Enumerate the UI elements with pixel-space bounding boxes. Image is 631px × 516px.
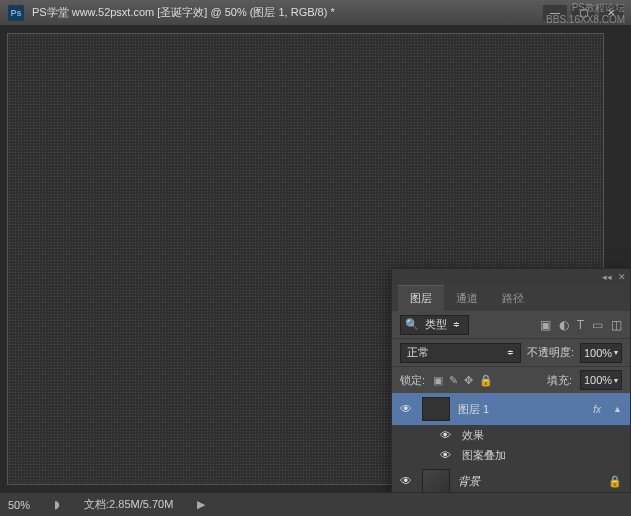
layer-thumbnail[interactable]	[422, 469, 450, 493]
visibility-icon[interactable]: 👁	[440, 449, 454, 461]
lock-transparent-icon[interactable]: ▣	[433, 374, 443, 387]
lock-icon: 🔒	[608, 475, 622, 488]
layers-panel: ◂◂ ✕ 图层 通道 路径 🔍 类型 ≑ ▣ ◐ T ▭ ◫ 正常≑ 不透明度:…	[391, 268, 631, 516]
tab-layers[interactable]: 图层	[398, 285, 444, 311]
blend-mode-label: 正常	[407, 345, 429, 360]
filter-row: 🔍 类型 ≑ ▣ ◐ T ▭ ◫	[392, 311, 630, 339]
collapse-icon[interactable]: ◂◂	[602, 272, 612, 282]
filter-type-select[interactable]: 🔍 类型 ≑	[400, 315, 469, 335]
effects-label: 效果	[462, 428, 484, 443]
filter-type-label: 类型	[425, 317, 447, 332]
opacity-label: 不透明度:	[527, 345, 574, 360]
lock-label: 锁定:	[400, 373, 425, 388]
panel-close-icon[interactable]: ✕	[618, 272, 626, 282]
filter-adjust-icon[interactable]: ◐	[559, 318, 569, 332]
status-arrow-icon[interactable]: ▶	[197, 498, 205, 511]
titlebar: Ps PS学堂 www.52psxt.com [圣诞字效] @ 50% (图层 …	[0, 0, 631, 26]
layer-thumbnail[interactable]	[422, 397, 450, 421]
fill-input[interactable]: 100%▾	[580, 370, 622, 390]
fx-badge: fx	[593, 404, 601, 415]
effect-item-label: 图案叠加	[462, 448, 506, 463]
statusbar: 50% ◗ 文档:2.85M/5.70M ▶	[0, 492, 631, 516]
effects-row[interactable]: 👁 效果	[392, 425, 630, 445]
tab-paths[interactable]: 路径	[490, 286, 536, 311]
filter-shape-icon[interactable]: ▭	[592, 318, 603, 332]
filter-text-icon[interactable]: T	[577, 318, 584, 332]
lock-icons: ▣ ✎ ✥ 🔒	[433, 374, 493, 387]
tab-channels[interactable]: 通道	[444, 286, 490, 311]
panel-header: ◂◂ ✕	[392, 269, 630, 285]
fill-label: 填充:	[547, 373, 572, 388]
visibility-icon[interactable]: 👁	[440, 429, 454, 441]
opacity-input[interactable]: 100%▾	[580, 343, 622, 363]
effect-item-row[interactable]: 👁 图案叠加	[392, 445, 630, 465]
zoom-level[interactable]: 50%	[8, 499, 30, 511]
watermark: PS教程论坛 BBS.16XX8.COM	[546, 2, 625, 26]
app-logo: Ps	[8, 5, 24, 21]
blend-mode-select[interactable]: 正常≑	[400, 343, 521, 363]
watermark-line1: PS教程论坛	[546, 2, 625, 14]
layer-row-1[interactable]: 👁 图层 1 fx ▲	[392, 393, 630, 425]
lock-position-icon[interactable]: ✥	[464, 374, 473, 387]
layers-list: 👁 图层 1 fx ▲ 👁 效果 👁 图案叠加 👁 背景 🔒	[392, 393, 630, 503]
lock-pixels-icon[interactable]: ✎	[449, 374, 458, 387]
watermark-line2: BBS.16XX8.COM	[546, 14, 625, 26]
expand-icon[interactable]: ▲	[613, 404, 622, 414]
visibility-icon[interactable]: 👁	[400, 402, 414, 416]
document-title: PS学堂 www.52psxt.com [圣诞字效] @ 50% (图层 1, …	[32, 5, 543, 20]
layer-name[interactable]: 背景	[458, 474, 600, 489]
doc-size: 文档:2.85M/5.70M	[84, 497, 173, 512]
filter-smart-icon[interactable]: ◫	[611, 318, 622, 332]
visibility-icon[interactable]: 👁	[400, 474, 414, 488]
filter-pixel-icon[interactable]: ▣	[540, 318, 551, 332]
lock-all-icon[interactable]: 🔒	[479, 374, 493, 387]
layer-name[interactable]: 图层 1	[458, 402, 585, 417]
panel-tabs: 图层 通道 路径	[392, 285, 630, 311]
filter-icons: ▣ ◐ T ▭ ◫	[540, 318, 622, 332]
lock-row: 锁定: ▣ ✎ ✥ 🔒 填充: 100%▾	[392, 367, 630, 393]
status-icon[interactable]: ◗	[54, 498, 60, 511]
blend-row: 正常≑ 不透明度: 100%▾	[392, 339, 630, 367]
